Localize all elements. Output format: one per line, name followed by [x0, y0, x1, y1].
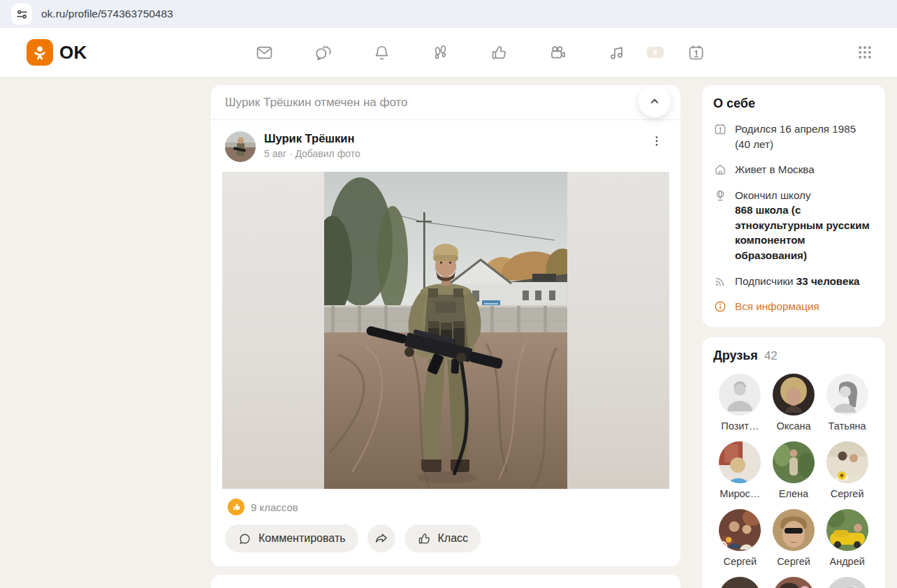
- tune-icon: [16, 8, 28, 20]
- friends-card: Друзья 42 Позит…: [702, 337, 885, 588]
- site-settings-button[interactable]: [11, 3, 32, 24]
- discussions-icon[interactable]: [313, 43, 333, 62]
- comment-icon: [238, 531, 252, 546]
- friend-item[interactable]: [767, 577, 821, 588]
- friend-avatar: [826, 441, 868, 483]
- friend-item[interactable]: Сергей: [820, 441, 874, 499]
- class-button[interactable]: Класс: [404, 524, 481, 552]
- author-avatar[interactable]: [225, 131, 256, 162]
- messages-icon[interactable]: [254, 43, 274, 62]
- school-label: Окончил школу: [735, 188, 874, 203]
- friend-item[interactable]: Позит…: [713, 374, 767, 432]
- class-button-label: Класс: [438, 532, 469, 545]
- post-header: Шурик Трёшкин 5 авг · Добавил фото: [211, 120, 680, 162]
- browser-address-bar[interactable]: ok.ru/profile/574363750483: [0, 0, 897, 28]
- about-lives: Живет в Москва: [713, 162, 874, 177]
- post-actions: Комментировать Класс: [211, 515, 680, 566]
- guests-icon[interactable]: [430, 43, 450, 62]
- friend-name: Татьяна: [829, 420, 866, 432]
- author-name[interactable]: Шурик Трёшкин: [264, 132, 360, 145]
- friend-avatar: [719, 509, 761, 551]
- photo-blur-right: [567, 172, 669, 489]
- post-card-title: Шурик Трёшкин отмечен на фото: [211, 85, 680, 120]
- photo-blur-left: [222, 172, 324, 489]
- all-info-link[interactable]: Вся информация: [713, 299, 874, 314]
- url-text[interactable]: ok.ru/profile/574363750483: [41, 8, 173, 20]
- friend-item[interactable]: Мирос…: [713, 441, 767, 499]
- friend-avatar: [773, 374, 815, 416]
- about-subscribers: Подписчики 33 человека: [713, 274, 874, 289]
- ok-logo[interactable]: OK: [27, 39, 87, 66]
- home-icon: [713, 163, 727, 177]
- school-value[interactable]: 868 школа (с этнокультурным русским комп…: [735, 203, 874, 263]
- sidebar: О себе Родился 16 апреля 1985 (40 лет) Ж…: [702, 85, 885, 588]
- chevron-up-icon: [647, 94, 662, 109]
- notifications-icon[interactable]: [372, 43, 391, 62]
- friend-avatar: [719, 577, 761, 588]
- friend-item[interactable]: Татьяна: [820, 374, 874, 432]
- subscribers-value: 33 человека: [796, 275, 860, 287]
- about-title: О себе: [713, 96, 874, 111]
- scroll-to-top-button[interactable]: [639, 85, 671, 117]
- share-button[interactable]: [367, 524, 395, 552]
- friend-avatar: [826, 577, 868, 588]
- post-meta: 5 авг · Добавил фото: [264, 148, 360, 159]
- friend-item[interactable]: Сергей: [767, 509, 821, 567]
- header-nav: [254, 28, 706, 77]
- like-badge-icon[interactable]: [228, 499, 245, 515]
- friend-item[interactable]: [713, 577, 767, 588]
- events-icon[interactable]: [686, 43, 706, 62]
- friend-avatar: [773, 509, 815, 551]
- music-icon[interactable]: [606, 43, 626, 62]
- reactions-icon[interactable]: [489, 43, 509, 62]
- post-card: Шурик Трёшкин отмечен на фото Шурик Трёш…: [211, 85, 680, 566]
- friend-name: Елена: [779, 488, 808, 499]
- video-icon[interactable]: [548, 43, 567, 62]
- comment-button-label: Комментировать: [258, 532, 346, 545]
- friend-name: Сергей: [831, 488, 864, 499]
- apps-grid-icon[interactable]: [856, 43, 874, 64]
- all-info-label: Вся информация: [735, 299, 819, 314]
- info-icon: [713, 300, 727, 314]
- kebab-menu-icon: [650, 134, 664, 148]
- friend-item[interactable]: Андрей: [820, 509, 874, 567]
- site-header: OK: [0, 28, 897, 78]
- author-block: Шурик Трёшкин 5 авг · Добавил фото: [264, 131, 360, 159]
- share-arrow-icon: [374, 531, 389, 546]
- friend-avatar: [773, 577, 815, 588]
- online-badge: [719, 541, 727, 550]
- tagged-photo[interactable]: [222, 172, 669, 489]
- likes-count[interactable]: 9 классов: [251, 501, 298, 513]
- friend-item[interactable]: Оксана: [767, 374, 821, 432]
- friend-name: Оксана: [776, 420, 810, 432]
- friend-item[interactable]: Елена: [767, 441, 821, 499]
- about-lives-text: Живет в Москва: [735, 162, 815, 177]
- post-menu-button[interactable]: [647, 131, 666, 151]
- next-post-card: [211, 575, 680, 588]
- page-content: Шурик Трёшкин отмечен на фото Шурик Трёш…: [0, 78, 897, 588]
- friend-avatar: [773, 441, 815, 483]
- subscribers-rss-icon: [713, 274, 727, 288]
- comment-button[interactable]: Комментировать: [225, 524, 358, 552]
- birthday-calendar-icon: [713, 122, 727, 136]
- friend-avatar: [719, 374, 761, 416]
- friends-title[interactable]: Друзья: [713, 348, 758, 363]
- friends-grid: Позит… Оксана: [713, 374, 874, 588]
- friend-item[interactable]: [820, 577, 874, 588]
- about-card: О себе Родился 16 апреля 1985 (40 лет) Ж…: [702, 85, 885, 327]
- friend-name: Сергей: [777, 556, 810, 567]
- subscribers-label: Подписчики: [735, 275, 796, 287]
- friend-name: Мирос…: [720, 488, 760, 499]
- ok-logo-icon: [27, 39, 53, 66]
- about-born: Родился 16 апреля 1985 (40 лет): [713, 122, 874, 152]
- friend-item[interactable]: Сергей: [713, 509, 767, 567]
- friend-avatar: [719, 441, 761, 483]
- friends-count: 42: [764, 349, 778, 363]
- ok-video-icon[interactable]: [646, 43, 665, 62]
- thumb-up-icon: [417, 531, 432, 546]
- about-born-text: Родился 16 апреля 1985 (40 лет): [735, 122, 874, 152]
- ok-logo-text: OK: [59, 42, 87, 64]
- friend-avatar: [826, 374, 868, 416]
- photo-image: [324, 172, 567, 489]
- friend-name: Андрей: [829, 556, 864, 567]
